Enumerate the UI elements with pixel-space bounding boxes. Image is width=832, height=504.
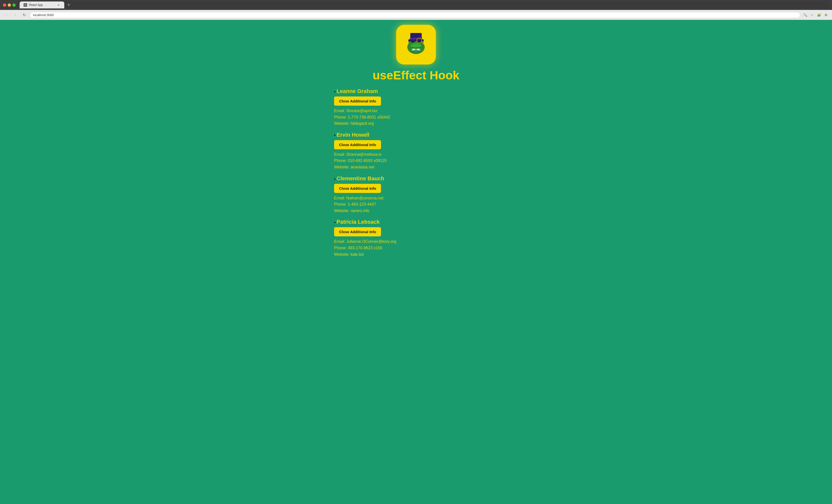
- user-email-1: Email: Sincere@april.biz: [334, 108, 498, 114]
- tab-favicon: R: [24, 3, 27, 7]
- user-name: Leanne Graham: [337, 88, 378, 94]
- logo-svg: [400, 29, 432, 61]
- user-website-2: Website: anastasia.net: [334, 164, 498, 170]
- svg-point-2: [411, 44, 421, 49]
- browser-tab-active[interactable]: R React App ✕: [20, 1, 64, 8]
- traffic-lights: [3, 3, 16, 7]
- browser-chrome: R React App ✕ + ‹ › ↻ localhost:3000 🔍 ☆…: [0, 0, 832, 20]
- browser-toolbar: ‹ › ↻ localhost:3000 🔍 ☆ 🧩 ⚙: [0, 10, 832, 20]
- user-name: Clementine Bauch: [337, 175, 384, 181]
- search-icon[interactable]: 🔍: [802, 12, 808, 18]
- minimize-window-button[interactable]: [8, 3, 11, 7]
- list-item: Patricia Lebsack Close Additional Info E…: [334, 219, 498, 257]
- user-website-1: Website: hildegard.org: [334, 120, 498, 127]
- user-website-4: Website: kale.biz: [334, 251, 498, 258]
- tab-close-button[interactable]: ✕: [56, 3, 60, 7]
- users-list: Leanne Graham Close Additional Info Emai…: [329, 88, 503, 262]
- maximize-window-button[interactable]: [12, 3, 16, 7]
- forward-button[interactable]: ›: [12, 11, 19, 18]
- close-additional-info-button-2[interactable]: Close Additional Info: [334, 140, 381, 149]
- close-additional-info-button-4[interactable]: Close Additional Info: [334, 227, 381, 236]
- bookmark-icon[interactable]: ☆: [809, 12, 815, 18]
- user-phone-4: Phone: 493-170-9623 x156: [334, 245, 498, 251]
- app-logo: [396, 25, 436, 64]
- user-website-3: Website: ramiro.info: [334, 207, 498, 214]
- back-button[interactable]: ‹: [3, 11, 10, 18]
- user-phone-1: Phone: 1-770-736-8031 x56442: [334, 114, 498, 120]
- user-phone-3: Phone: 1-463-123-4447: [334, 201, 498, 207]
- user-name: Ervin Howell: [337, 132, 369, 138]
- close-additional-info-button-1[interactable]: Close Additional Info: [334, 96, 381, 106]
- toolbar-icons: 🔍 ☆ 🧩 ⚙: [802, 12, 829, 18]
- new-tab-button[interactable]: +: [65, 1, 72, 8]
- list-item: Leanne Graham Close Additional Info Emai…: [334, 88, 498, 127]
- app-title: useEffect Hook: [372, 68, 459, 82]
- app-logo-container: [396, 25, 436, 64]
- url-text: localhost:3000: [33, 13, 54, 17]
- app-content: useEffect Hook Leanne Graham Close Addit…: [0, 20, 832, 504]
- user-email-4: Email: Julianne.OConner@kory.org: [334, 239, 498, 245]
- user-name: Patricia Lebsack: [337, 219, 380, 225]
- list-item: Clementine Bauch Close Additional Info E…: [334, 175, 498, 214]
- extensions-icon[interactable]: 🧩: [816, 12, 822, 18]
- titlebar: R React App ✕ +: [0, 0, 832, 10]
- address-bar[interactable]: localhost:3000: [30, 12, 800, 18]
- user-email-2: Email: Shanna@melissa.tv: [334, 151, 498, 158]
- user-phone-2: Phone: 010-692-6593 x09125: [334, 158, 498, 164]
- reload-button[interactable]: ↻: [21, 11, 28, 18]
- close-window-button[interactable]: [3, 3, 6, 7]
- close-additional-info-button-3[interactable]: Close Additional Info: [334, 184, 381, 193]
- user-email-3: Email: Nathan@yesenia.net: [334, 195, 498, 201]
- list-item: Ervin Howell Close Additional Info Email…: [334, 132, 498, 170]
- tab-title: React App: [29, 3, 43, 7]
- settings-icon[interactable]: ⚙: [823, 12, 829, 18]
